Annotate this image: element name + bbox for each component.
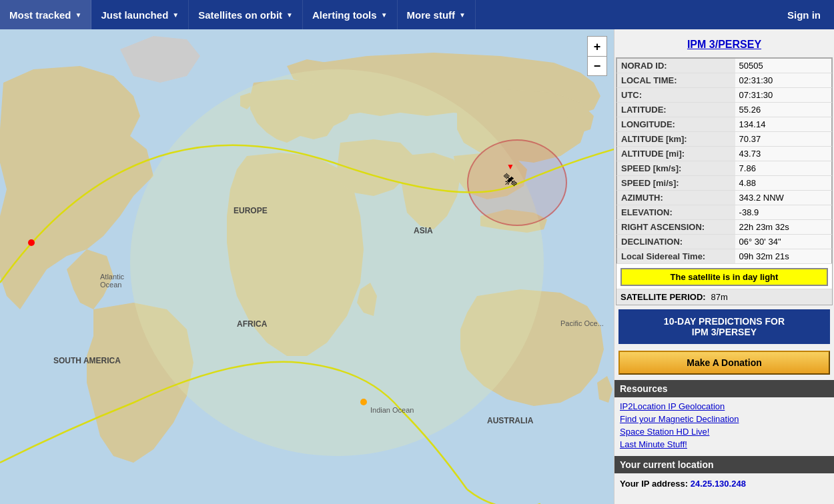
nav-item-just-launched[interactable]: Just launched ▼ — [91, 0, 189, 29]
nav-signin-button[interactable]: Sign in — [774, 9, 834, 21]
main-nav: Most tracked ▼ Just launched ▼ Satellite… — [0, 0, 834, 29]
satellite-period-row: SATELLITE PERIOD: 87m — [616, 289, 832, 305]
table-row: DECLINATION:06° 30' 34" — [617, 235, 832, 249]
resource-link[interactable]: IP2Location IP Geolocation — [614, 400, 834, 413]
chevron-down-icon: ▼ — [381, 11, 388, 19]
chevron-down-icon: ▼ — [172, 11, 179, 19]
table-row: LONGITUDE:134.14 — [617, 117, 832, 132]
resources-list: IP2Location IP GeolocationFind your Magn… — [614, 400, 834, 451]
sidebar: IPM 3/PERSEY NORAD ID:50505LOCAL TIME:02… — [614, 29, 834, 504]
table-row: AZIMUTH:343.2 NNW — [617, 191, 832, 205]
satellite-proximity-circle — [467, 139, 567, 226]
chevron-down-icon: ▼ — [75, 11, 82, 19]
period-label: SATELLITE PERIOD: — [620, 292, 706, 302]
ground-station-dot — [360, 399, 367, 405]
ip-row: Your IP address: 24.25.130.248 — [614, 476, 834, 491]
table-row: NORAD ID:50505 — [617, 59, 832, 73]
table-row: RIGHT ASCENSION:22h 23m 32s — [617, 220, 832, 235]
nav-item-satellites-on-orbit[interactable]: Satellites on orbit ▼ — [189, 0, 303, 29]
zoom-in-button[interactable]: + — [587, 36, 607, 56]
location-section-header: Your current location — [614, 456, 834, 473]
donate-button[interactable]: Make A Donation — [618, 351, 830, 375]
ip-address: 24.25.130.248 — [691, 479, 746, 489]
resource-link[interactable]: Find your Magnetic Declination — [614, 413, 834, 425]
ip-label: Your IP address: — [620, 479, 688, 489]
table-row: ALTITUDE [km]:70.37 — [617, 132, 832, 147]
predictions-button[interactable]: 10-DAY PREDICTIONS FORIPM 3/PERSEY — [618, 309, 830, 344]
table-row: SPEED [km/s]:7.86 — [617, 161, 832, 176]
daylight-badge: The satellite is in day light — [620, 268, 828, 286]
nav-item-alerting-tools[interactable]: Alerting tools ▼ — [303, 0, 398, 29]
zoom-out-button[interactable]: − — [587, 56, 607, 76]
resource-link[interactable]: Space Station HD Live! — [614, 425, 834, 438]
table-row: LOCAL TIME:02:31:30 — [617, 73, 832, 88]
chevron-down-icon: ▼ — [459, 11, 466, 19]
map-area[interactable]: ▼ 🛰 EUROPE AFRICA ASIA SOUTH AMERICA AUS… — [0, 29, 614, 504]
world-map-svg — [0, 29, 614, 504]
resource-link[interactable]: Last Minute Stuff! — [614, 438, 834, 451]
satellite-info-table: NORAD ID:50505LOCAL TIME:02:31:30UTC:07:… — [616, 58, 832, 264]
satellite-title[interactable]: IPM 3/PERSEY — [614, 35, 834, 57]
nav-item-most-tracked[interactable]: Most tracked ▼ — [0, 0, 91, 29]
info-table-wrapper: NORAD ID:50505LOCAL TIME:02:31:30UTC:07:… — [616, 57, 833, 305]
resources-section-header: Resources — [614, 380, 834, 397]
period-value: 87m — [711, 292, 728, 302]
table-row: SPEED [mi/s]:4.88 — [617, 176, 832, 191]
table-row: ALTITUDE [mi]:43.73 — [617, 147, 832, 161]
main-layout: ▼ 🛰 EUROPE AFRICA ASIA SOUTH AMERICA AUS… — [0, 29, 834, 504]
nav-item-more-stuff[interactable]: More stuff ▼ — [398, 0, 476, 29]
table-row: UTC:07:31:30 — [617, 88, 832, 103]
table-row: ELEVATION:-38.9 — [617, 205, 832, 220]
table-row: Local Sidereal Time:09h 32m 21s — [617, 249, 832, 264]
table-row: LATITUDE:55.26 — [617, 103, 832, 117]
satellite-marker: ▼ 🛰 — [504, 162, 517, 188]
zoom-controls: + − — [587, 36, 607, 76]
chevron-down-icon: ▼ — [286, 11, 293, 19]
location-dot — [28, 239, 35, 246]
